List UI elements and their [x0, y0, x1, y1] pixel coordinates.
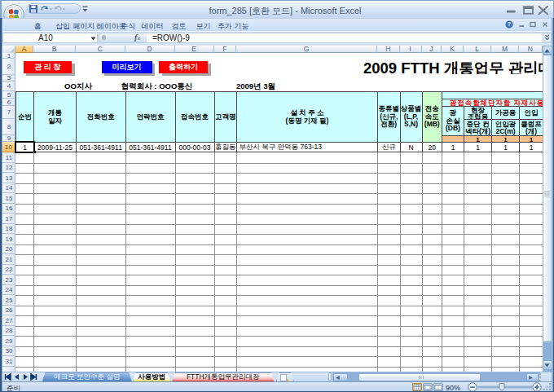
- svg-text:?: ?: [508, 21, 511, 27]
